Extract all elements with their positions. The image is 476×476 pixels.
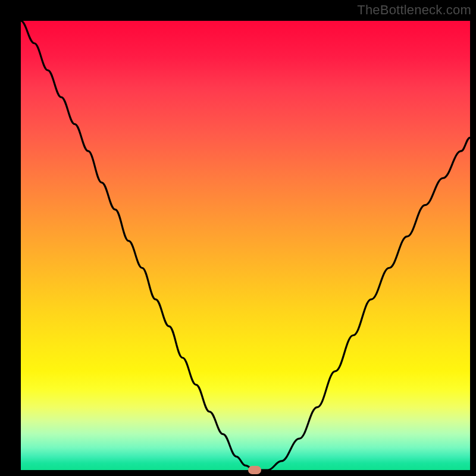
bottleneck-curve xyxy=(21,21,470,470)
chart-frame: TheBottleneck.com xyxy=(0,0,476,476)
curve-path xyxy=(21,21,470,470)
plot-area xyxy=(21,21,470,470)
watermark-text: TheBottleneck.com xyxy=(357,2,471,18)
optimal-point-marker xyxy=(248,466,261,474)
